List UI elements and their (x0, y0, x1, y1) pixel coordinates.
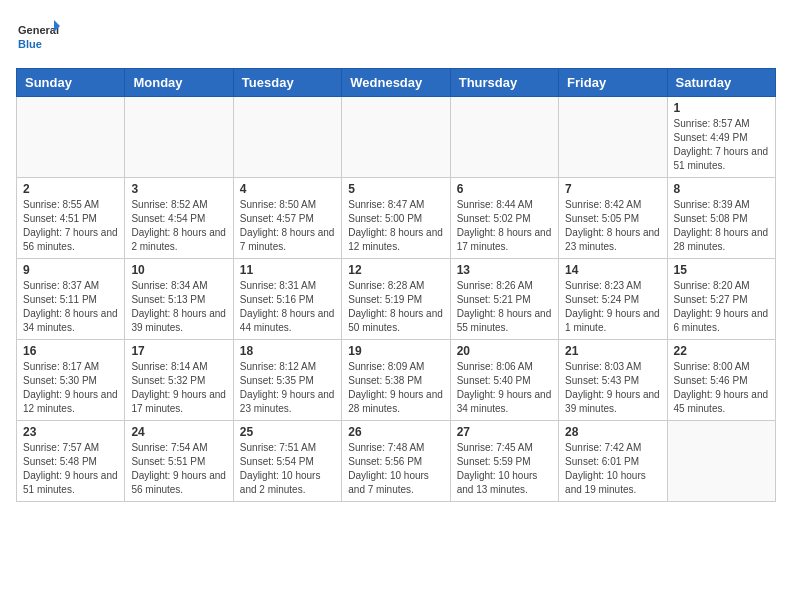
day-number: 7 (565, 182, 660, 196)
calendar-day: 22Sunrise: 8:00 AM Sunset: 5:46 PM Dayli… (667, 340, 775, 421)
calendar-day: 11Sunrise: 8:31 AM Sunset: 5:16 PM Dayli… (233, 259, 341, 340)
day-number: 4 (240, 182, 335, 196)
calendar-day: 3Sunrise: 8:52 AM Sunset: 4:54 PM Daylig… (125, 178, 233, 259)
day-number: 16 (23, 344, 118, 358)
svg-text:Blue: Blue (18, 38, 42, 50)
day-info: Sunrise: 8:09 AM Sunset: 5:38 PM Dayligh… (348, 360, 443, 416)
day-info: Sunrise: 8:39 AM Sunset: 5:08 PM Dayligh… (674, 198, 769, 254)
day-info: Sunrise: 8:50 AM Sunset: 4:57 PM Dayligh… (240, 198, 335, 254)
header: General Blue (16, 16, 776, 60)
logo: General Blue (16, 16, 60, 60)
day-info: Sunrise: 7:45 AM Sunset: 5:59 PM Dayligh… (457, 441, 552, 497)
day-number: 21 (565, 344, 660, 358)
day-number: 15 (674, 263, 769, 277)
calendar-day (125, 97, 233, 178)
calendar-day: 18Sunrise: 8:12 AM Sunset: 5:35 PM Dayli… (233, 340, 341, 421)
day-number: 14 (565, 263, 660, 277)
day-info: Sunrise: 8:12 AM Sunset: 5:35 PM Dayligh… (240, 360, 335, 416)
svg-text:General: General (18, 24, 59, 36)
day-number: 3 (131, 182, 226, 196)
day-info: Sunrise: 8:37 AM Sunset: 5:11 PM Dayligh… (23, 279, 118, 335)
calendar-day: 15Sunrise: 8:20 AM Sunset: 5:27 PM Dayli… (667, 259, 775, 340)
day-number: 6 (457, 182, 552, 196)
day-number: 22 (674, 344, 769, 358)
calendar-day (342, 97, 450, 178)
day-info: Sunrise: 8:23 AM Sunset: 5:24 PM Dayligh… (565, 279, 660, 335)
day-number: 23 (23, 425, 118, 439)
day-number: 8 (674, 182, 769, 196)
day-info: Sunrise: 8:03 AM Sunset: 5:43 PM Dayligh… (565, 360, 660, 416)
calendar-day (667, 421, 775, 502)
calendar-day: 14Sunrise: 8:23 AM Sunset: 5:24 PM Dayli… (559, 259, 667, 340)
day-info: Sunrise: 8:52 AM Sunset: 4:54 PM Dayligh… (131, 198, 226, 254)
day-number: 1 (674, 101, 769, 115)
day-number: 13 (457, 263, 552, 277)
day-number: 19 (348, 344, 443, 358)
day-info: Sunrise: 8:44 AM Sunset: 5:02 PM Dayligh… (457, 198, 552, 254)
day-info: Sunrise: 8:17 AM Sunset: 5:30 PM Dayligh… (23, 360, 118, 416)
day-info: Sunrise: 7:42 AM Sunset: 6:01 PM Dayligh… (565, 441, 660, 497)
calendar-day: 12Sunrise: 8:28 AM Sunset: 5:19 PM Dayli… (342, 259, 450, 340)
calendar-day: 2Sunrise: 8:55 AM Sunset: 4:51 PM Daylig… (17, 178, 125, 259)
calendar-day: 23Sunrise: 7:57 AM Sunset: 5:48 PM Dayli… (17, 421, 125, 502)
calendar-day (450, 97, 558, 178)
calendar-table: SundayMondayTuesdayWednesdayThursdayFrid… (16, 68, 776, 502)
day-number: 20 (457, 344, 552, 358)
calendar-day: 1Sunrise: 8:57 AM Sunset: 4:49 PM Daylig… (667, 97, 775, 178)
day-number: 28 (565, 425, 660, 439)
calendar-day: 21Sunrise: 8:03 AM Sunset: 5:43 PM Dayli… (559, 340, 667, 421)
day-info: Sunrise: 8:06 AM Sunset: 5:40 PM Dayligh… (457, 360, 552, 416)
calendar-day: 8Sunrise: 8:39 AM Sunset: 5:08 PM Daylig… (667, 178, 775, 259)
calendar-header-sunday: Sunday (17, 69, 125, 97)
day-info: Sunrise: 8:34 AM Sunset: 5:13 PM Dayligh… (131, 279, 226, 335)
day-number: 27 (457, 425, 552, 439)
calendar-day (17, 97, 125, 178)
day-number: 25 (240, 425, 335, 439)
calendar-header-tuesday: Tuesday (233, 69, 341, 97)
calendar-day: 10Sunrise: 8:34 AM Sunset: 5:13 PM Dayli… (125, 259, 233, 340)
day-info: Sunrise: 8:47 AM Sunset: 5:00 PM Dayligh… (348, 198, 443, 254)
day-number: 12 (348, 263, 443, 277)
day-info: Sunrise: 8:28 AM Sunset: 5:19 PM Dayligh… (348, 279, 443, 335)
calendar-week-5: 23Sunrise: 7:57 AM Sunset: 5:48 PM Dayli… (17, 421, 776, 502)
day-info: Sunrise: 8:57 AM Sunset: 4:49 PM Dayligh… (674, 117, 769, 173)
day-info: Sunrise: 8:31 AM Sunset: 5:16 PM Dayligh… (240, 279, 335, 335)
day-number: 2 (23, 182, 118, 196)
day-info: Sunrise: 7:57 AM Sunset: 5:48 PM Dayligh… (23, 441, 118, 497)
calendar-header-saturday: Saturday (667, 69, 775, 97)
calendar-day: 28Sunrise: 7:42 AM Sunset: 6:01 PM Dayli… (559, 421, 667, 502)
calendar-day: 16Sunrise: 8:17 AM Sunset: 5:30 PM Dayli… (17, 340, 125, 421)
day-number: 9 (23, 263, 118, 277)
calendar-day: 19Sunrise: 8:09 AM Sunset: 5:38 PM Dayli… (342, 340, 450, 421)
calendar-day (233, 97, 341, 178)
day-info: Sunrise: 8:55 AM Sunset: 4:51 PM Dayligh… (23, 198, 118, 254)
calendar-day: 27Sunrise: 7:45 AM Sunset: 5:59 PM Dayli… (450, 421, 558, 502)
calendar-header-wednesday: Wednesday (342, 69, 450, 97)
calendar-day: 24Sunrise: 7:54 AM Sunset: 5:51 PM Dayli… (125, 421, 233, 502)
day-number: 10 (131, 263, 226, 277)
calendar-day (559, 97, 667, 178)
day-info: Sunrise: 8:14 AM Sunset: 5:32 PM Dayligh… (131, 360, 226, 416)
day-number: 24 (131, 425, 226, 439)
calendar-week-2: 2Sunrise: 8:55 AM Sunset: 4:51 PM Daylig… (17, 178, 776, 259)
calendar-day: 13Sunrise: 8:26 AM Sunset: 5:21 PM Dayli… (450, 259, 558, 340)
day-number: 17 (131, 344, 226, 358)
day-info: Sunrise: 8:42 AM Sunset: 5:05 PM Dayligh… (565, 198, 660, 254)
generalblue-logo-icon: General Blue (16, 16, 60, 60)
day-info: Sunrise: 8:00 AM Sunset: 5:46 PM Dayligh… (674, 360, 769, 416)
day-number: 11 (240, 263, 335, 277)
calendar-day: 9Sunrise: 8:37 AM Sunset: 5:11 PM Daylig… (17, 259, 125, 340)
calendar-header-monday: Monday (125, 69, 233, 97)
day-info: Sunrise: 8:26 AM Sunset: 5:21 PM Dayligh… (457, 279, 552, 335)
day-info: Sunrise: 7:51 AM Sunset: 5:54 PM Dayligh… (240, 441, 335, 497)
calendar-week-3: 9Sunrise: 8:37 AM Sunset: 5:11 PM Daylig… (17, 259, 776, 340)
calendar-day: 4Sunrise: 8:50 AM Sunset: 4:57 PM Daylig… (233, 178, 341, 259)
calendar-day: 17Sunrise: 8:14 AM Sunset: 5:32 PM Dayli… (125, 340, 233, 421)
day-number: 18 (240, 344, 335, 358)
calendar-day: 7Sunrise: 8:42 AM Sunset: 5:05 PM Daylig… (559, 178, 667, 259)
calendar-week-4: 16Sunrise: 8:17 AM Sunset: 5:30 PM Dayli… (17, 340, 776, 421)
day-info: Sunrise: 7:48 AM Sunset: 5:56 PM Dayligh… (348, 441, 443, 497)
calendar-header-friday: Friday (559, 69, 667, 97)
day-number: 5 (348, 182, 443, 196)
calendar-day: 20Sunrise: 8:06 AM Sunset: 5:40 PM Dayli… (450, 340, 558, 421)
